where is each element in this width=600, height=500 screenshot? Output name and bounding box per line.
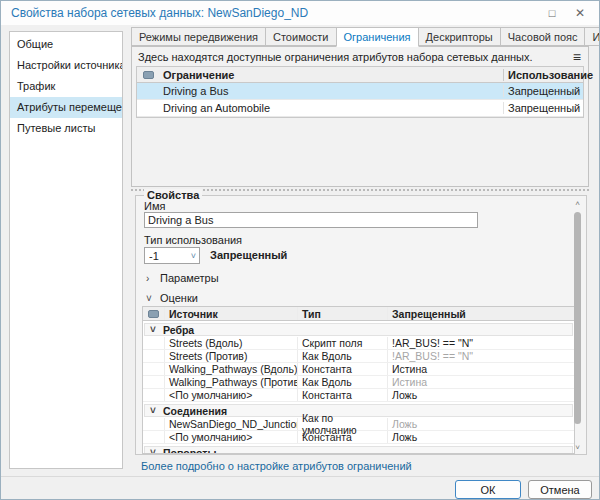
ok-button[interactable]: ОК [455, 480, 521, 499]
evaluator-group-label: Ребра [163, 324, 194, 336]
row-indicator-header-cell [143, 307, 165, 320]
usage-type-dropdown[interactable]: -1 ˅ [144, 247, 200, 264]
row-indicator-cell [143, 389, 165, 401]
chevron-down-icon: ˅ [191, 251, 196, 261]
chevron-down-icon: ˅ [150, 405, 157, 416]
restrictions-header-row: ОграничениеИспользование [137, 67, 583, 83]
value-cell: Ложь [388, 418, 574, 430]
table-row[interactable]: <По умолчанию>КонстантаЛожь [143, 389, 574, 402]
footer-separator [1, 476, 599, 477]
tab[interactable]: Иерархия [584, 27, 600, 46]
type-cell: Как Вдоль [298, 376, 388, 388]
restrictions-table: ОграничениеИспользованиеDriving a BusЗап… [136, 66, 584, 118]
column-header[interactable]: Использование [503, 69, 583, 81]
column-header[interactable]: Источник [165, 307, 298, 320]
name-input[interactable] [144, 212, 478, 228]
sidebar-item[interactable]: Трафик [10, 76, 122, 97]
row-indicator-cell [143, 337, 165, 349]
value-cell: Ложь [388, 431, 574, 443]
row-indicator-cell [143, 350, 165, 362]
table-row[interactable]: Walking_Pathways (Вдоль)КонстантаИстина [143, 363, 574, 376]
evaluators-header-row: ИсточникТипЗапрещенный [143, 307, 574, 321]
table-row[interactable]: Driving a BusЗапрещенный [137, 83, 583, 100]
usage-type-label: Тип использования [144, 234, 242, 246]
evaluator-group-row[interactable]: ˅Повороты [144, 446, 573, 454]
source-cell: Walking_Pathways (Вдоль) [165, 363, 298, 375]
tab[interactable]: Стоимости [265, 27, 336, 46]
restrictions-panel: Здесь находятся доступные ограничения ат… [131, 46, 589, 187]
evaluators-table: ИсточникТипЗапрещенный˅РебраStreets (Вдо… [142, 306, 575, 454]
chevron-down-icon: ˅ [146, 293, 153, 304]
column-header[interactable]: Запрещенный [388, 307, 574, 320]
scrollbar-thumb[interactable] [574, 212, 581, 424]
type-cell: Скрипт поля [298, 337, 388, 349]
table-row[interactable]: Streets (Вдоль)Скрипт поля!AR_BUS! == "N… [143, 337, 574, 350]
usage-type-text: Запрещенный [210, 249, 287, 261]
restriction-name-cell: Driving an Automobile [159, 102, 503, 114]
source-cell: <По умолчанию> [165, 431, 298, 443]
source-cell: Walking_Pathways (Против) [165, 376, 298, 388]
scroll-up-icon[interactable]: ˄ [572, 199, 583, 209]
table-row[interactable]: Streets (Против)Как Вдоль!AR_BUS! == "N" [143, 350, 574, 363]
tab[interactable]: Дескрипторы [418, 27, 501, 46]
source-cell: <По умолчанию> [165, 389, 298, 401]
row-indicator-cell [143, 431, 165, 443]
evaluator-group-label: Повороты [163, 447, 216, 455]
scroll-down-icon[interactable]: ˅ [572, 443, 583, 453]
source-cell: Streets (Вдоль) [165, 337, 298, 349]
chevron-down-icon: ˅ [150, 324, 157, 335]
window-title: Свойства набора сетевых данных: NewSanDi… [11, 6, 308, 20]
restrictions-description-row: Здесь находятся доступные ограничения ат… [132, 47, 588, 66]
parameters-section-label: Параметры [160, 272, 219, 284]
type-cell: Как по умолчанию [298, 418, 388, 430]
cancel-button[interactable]: Отмена [528, 480, 592, 499]
row-indicator-cell [143, 376, 165, 388]
sidebar-item[interactable]: Настройки источника [10, 55, 122, 76]
maximize-icon[interactable]: □ [539, 4, 565, 22]
source-cell: NewSanDiego_ND_Junctions [165, 418, 298, 430]
name-label: Имя [144, 200, 165, 212]
value-cell: Истина [388, 363, 574, 375]
sidebar-item[interactable]: Атрибуты перемещения [10, 97, 122, 118]
type-cell: Как Вдоль [298, 350, 388, 362]
parameters-section-header[interactable]: › Параметры [146, 272, 219, 284]
evaluator-group-label: Соединения [163, 405, 227, 417]
chevron-right-icon: › [146, 273, 153, 284]
evaluator-group-row[interactable]: ˅Ребра [144, 323, 573, 336]
table-row[interactable]: Walking_Pathways (Против)Как ВдольИстина [143, 376, 574, 389]
close-icon[interactable]: ✕ [567, 4, 593, 22]
sidebar-item[interactable]: Общие [10, 34, 122, 55]
usage-cell: Запрещенный [503, 85, 583, 97]
restrictions-description: Здесь находятся доступные ограничения ат… [138, 51, 533, 63]
row-indicator-cell [143, 363, 165, 375]
sidebar-item[interactable]: Путевые листы [10, 118, 122, 139]
evaluators-section-header[interactable]: ˅ Оценки [146, 292, 198, 304]
row-indicator-icon [143, 71, 154, 79]
network-dataset-properties-dialog: Свойства набора сетевых данных: NewSanDi… [0, 0, 600, 500]
table-row[interactable]: <По умолчанию>КонстантаЛожь [143, 431, 574, 444]
row-indicator-cell [143, 418, 165, 430]
vertical-scrollbar: ˄ ˅ [572, 199, 583, 453]
row-indicator-header-cell [137, 71, 159, 79]
column-header[interactable]: Ограничение [159, 69, 503, 81]
tab[interactable]: Режимы передвижения [131, 27, 266, 46]
tab[interactable]: Часовой пояс [500, 27, 586, 46]
help-link[interactable]: Более подробно о настройке атрибутов огр… [141, 460, 412, 472]
value-cell: Истина [388, 376, 574, 388]
menu-icon[interactable]: ≡ [571, 51, 583, 63]
value-cell: Ложь [388, 389, 574, 401]
value-cell: !AR_BUS! == "N" [388, 337, 574, 349]
properties-group: Свойства Имя Тип использования -1 ˅ Запр… [135, 195, 587, 455]
evaluators-section-label: Оценки [160, 292, 198, 304]
table-row[interactable]: Driving an AutomobileЗапрещенный [137, 100, 583, 117]
source-cell: Streets (Против) [165, 350, 298, 362]
titlebar: Свойства набора сетевых данных: NewSanDi… [1, 1, 599, 25]
tab[interactable]: Ограничения [336, 27, 419, 47]
type-cell: Константа [298, 389, 388, 401]
type-cell: Константа [298, 431, 388, 443]
table-row[interactable]: NewSanDiego_ND_JunctionsКак по умолчанию… [143, 418, 574, 431]
usage-cell: Запрещенный [503, 102, 583, 114]
value-cell: !AR_BUS! == "N" [388, 350, 574, 362]
column-header[interactable]: Тип [298, 307, 388, 320]
restriction-name-cell: Driving a Bus [159, 85, 503, 97]
